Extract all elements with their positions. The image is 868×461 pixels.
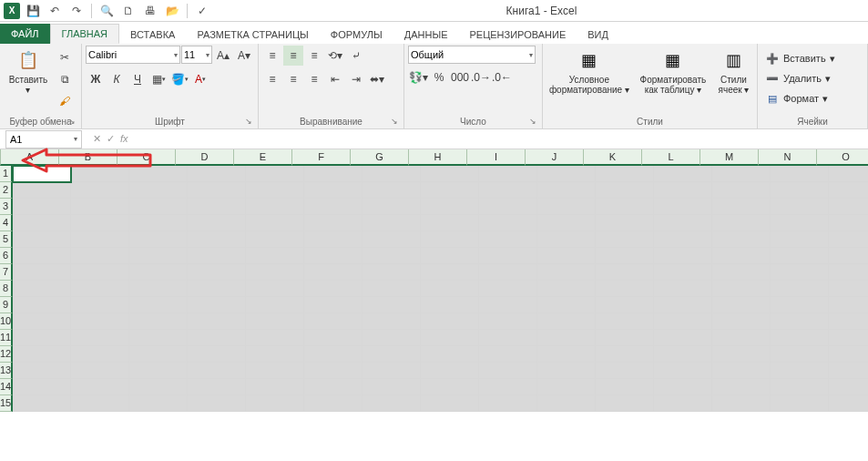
cell[interactable]	[71, 363, 129, 379]
row-header[interactable]: 15	[0, 395, 13, 412]
row-header[interactable]: 3	[0, 199, 13, 215]
delete-cells-button[interactable]: ➖Удалить ▾	[761, 69, 834, 87]
cell[interactable]	[129, 395, 188, 412]
cell[interactable]	[304, 231, 363, 248]
cell[interactable]	[304, 346, 363, 363]
cell[interactable]	[537, 346, 596, 363]
cell[interactable]	[479, 215, 537, 231]
cell[interactable]	[71, 281, 129, 297]
cell[interactable]	[363, 330, 421, 346]
tab-home[interactable]: ГЛАВНАЯ	[50, 24, 119, 44]
cell[interactable]	[363, 199, 421, 215]
tab-page-layout[interactable]: РАЗМЕТКА СТРАНИЦЫ	[186, 26, 319, 44]
fill-color-button[interactable]: 🪣▾	[169, 69, 189, 89]
cell[interactable]	[479, 248, 537, 264]
row-header[interactable]: 13	[0, 363, 13, 379]
cell[interactable]	[246, 281, 304, 297]
cell[interactable]	[712, 215, 771, 231]
cancel-formula-button[interactable]: ✕	[93, 133, 101, 145]
cell[interactable]	[654, 281, 712, 297]
cell[interactable]	[421, 379, 479, 395]
cell[interactable]	[363, 395, 421, 412]
font-size-combo[interactable]: 11▾	[181, 46, 212, 64]
cell[interactable]	[363, 215, 421, 231]
paste-button[interactable]: 📋 Вставить▾	[4, 46, 53, 97]
cell[interactable]	[71, 182, 129, 199]
qat-spelling-button[interactable]: ✓	[193, 2, 211, 20]
cell[interactable]	[596, 313, 654, 330]
cell[interactable]	[188, 395, 246, 412]
cell[interactable]	[13, 346, 71, 363]
cell[interactable]	[771, 199, 829, 215]
comma-button[interactable]: 000	[450, 67, 470, 87]
tab-formulas[interactable]: ФОРМУЛЫ	[320, 26, 393, 44]
cell[interactable]	[771, 281, 829, 297]
cell[interactable]	[71, 395, 129, 412]
cell[interactable]	[829, 379, 868, 395]
column-header[interactable]: E	[234, 149, 292, 166]
cell[interactable]	[712, 313, 771, 330]
row-header[interactable]: 11	[0, 330, 13, 346]
cell[interactable]	[479, 281, 537, 297]
cell[interactable]	[654, 199, 712, 215]
cell[interactable]	[71, 346, 129, 363]
cell[interactable]	[13, 379, 71, 395]
cell[interactable]	[246, 313, 304, 330]
cell[interactable]	[363, 379, 421, 395]
cell[interactable]	[829, 199, 868, 215]
cell[interactable]	[537, 330, 596, 346]
cell[interactable]	[771, 297, 829, 313]
cell[interactable]	[712, 182, 771, 199]
cell[interactable]	[654, 346, 712, 363]
cell[interactable]	[129, 182, 188, 199]
cell[interactable]	[188, 297, 246, 313]
cell[interactable]	[771, 363, 829, 379]
cell[interactable]	[129, 231, 188, 248]
merge-button[interactable]: ⬌▾	[367, 69, 387, 89]
row-header[interactable]: 6	[0, 248, 13, 264]
cell[interactable]	[421, 264, 479, 281]
cell[interactable]	[771, 264, 829, 281]
align-top-button[interactable]: ≡	[262, 46, 282, 66]
cell[interactable]	[71, 313, 129, 330]
cell[interactable]	[829, 231, 868, 248]
row-header[interactable]: 4	[0, 215, 13, 231]
cell[interactable]	[188, 182, 246, 199]
cell[interactable]	[537, 281, 596, 297]
cell[interactable]	[188, 379, 246, 395]
borders-button[interactable]: ▦▾	[148, 69, 168, 89]
qat-new-button[interactable]: 🗋	[119, 2, 138, 20]
qat-undo-button[interactable]: ↶	[46, 2, 64, 20]
insert-cells-button[interactable]: ➕Вставить ▾	[761, 49, 839, 67]
cell[interactable]	[13, 199, 71, 215]
cell[interactable]	[596, 379, 654, 395]
cell[interactable]	[71, 199, 129, 215]
cell[interactable]	[188, 281, 246, 297]
align-bottom-button[interactable]: ≡	[304, 46, 324, 66]
cell[interactable]	[246, 199, 304, 215]
cell[interactable]	[246, 379, 304, 395]
cell[interactable]	[596, 281, 654, 297]
column-header[interactable]: J	[526, 149, 584, 166]
cell[interactable]	[654, 166, 712, 182]
column-header[interactable]: F	[292, 149, 351, 166]
cell[interactable]	[363, 346, 421, 363]
cell[interactable]	[304, 330, 363, 346]
cell[interactable]	[129, 363, 188, 379]
cell[interactable]	[304, 215, 363, 231]
cell[interactable]	[304, 297, 363, 313]
cell[interactable]	[13, 166, 71, 182]
align-left-button[interactable]: ≡	[262, 69, 282, 89]
cell[interactable]	[363, 166, 421, 182]
cell[interactable]	[421, 281, 479, 297]
cell[interactable]	[771, 395, 829, 412]
cell[interactable]	[71, 231, 129, 248]
cell[interactable]	[13, 330, 71, 346]
cell[interactable]	[304, 379, 363, 395]
cell[interactable]	[537, 363, 596, 379]
cell[interactable]	[654, 363, 712, 379]
row-header[interactable]: 2	[0, 182, 13, 199]
column-header[interactable]: B	[59, 149, 117, 166]
cell[interactable]	[246, 363, 304, 379]
column-header[interactable]: K	[584, 149, 642, 166]
